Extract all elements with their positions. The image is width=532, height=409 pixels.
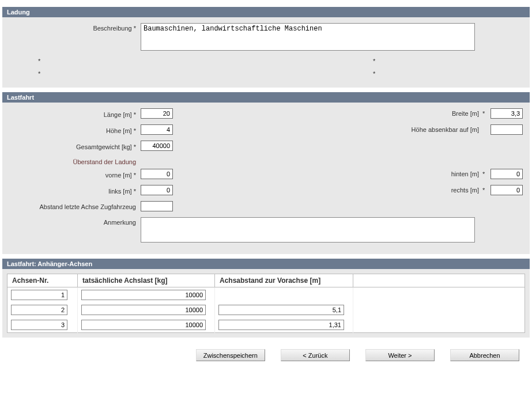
laenge-input[interactable] [141, 108, 173, 119]
hoehe-input[interactable] [141, 124, 173, 135]
links-input[interactable] [141, 185, 173, 195]
required-marker: * [373, 70, 523, 77]
col-achsen-nr: Achsen-Nr. [7, 274, 78, 287]
achslast-input[interactable] [81, 320, 206, 330]
required-marker: * [9, 70, 44, 77]
gesamtgewicht-input[interactable] [141, 141, 173, 151]
achsen-panel: Achsen-Nr. tatsächliche Achslast [kg] Ac… [2, 269, 530, 338]
achslast-input[interactable] [81, 290, 206, 300]
rechts-input[interactable] [491, 185, 523, 195]
laenge-label: Länge [m] [104, 111, 132, 118]
hinten-input[interactable] [491, 169, 523, 179]
abbrechen-button[interactable]: Abbrechen [450, 349, 519, 361]
table-row [7, 302, 525, 317]
anmerkung-label: Anmerkung [9, 217, 141, 226]
achsen-nr-input[interactable] [11, 290, 67, 300]
ladung-header: Ladung [2, 7, 530, 17]
hoehe-absenkbar-input[interactable] [491, 124, 523, 135]
hoehe-label: Höhe [m] [106, 127, 132, 134]
anmerkung-textarea[interactable] [141, 217, 475, 243]
table-row [7, 317, 525, 333]
achsabstand-input[interactable] [218, 305, 344, 315]
achslast-input[interactable] [81, 305, 206, 315]
rechts-label: rechts [m] [451, 187, 479, 194]
lastfahrt-panel: Länge [m] * Breite [m] * Höhe [m] * Höhe… [2, 103, 530, 254]
achsabstand-input[interactable] [218, 320, 344, 330]
achsen-nr-input[interactable] [11, 305, 67, 315]
breite-label: Breite [m] [452, 110, 479, 117]
achsen-table: Achsen-Nr. tatsächliche Achslast [kg] Ac… [7, 274, 525, 333]
ueberstand-heading: Überstand der Ladung [9, 157, 141, 165]
weiter-button[interactable]: Weiter > [365, 349, 435, 361]
zurueck-button[interactable]: < Zurück [281, 349, 350, 361]
links-label: links [m] [108, 188, 131, 195]
achsen-header: Lastfahrt: Anhänger-Achsen [2, 259, 530, 269]
abstand-input[interactable] [141, 201, 173, 211]
breite-input[interactable] [491, 108, 523, 119]
lastfahrt-header: Lastfahrt [2, 92, 530, 103]
abstand-label: Abstand letzte Achse Zugfahrzeug [9, 202, 141, 211]
gesamtgewicht-label: Gesamtgewicht [kg] [76, 143, 132, 150]
ladung-panel: Beschreibung * Baumaschinen, landwirtsch… [2, 17, 530, 88]
col-achsabstand: Achsabstand zur Vorachse [m] [215, 274, 353, 287]
beschreibung-textarea[interactable]: Baumaschinen, landwirtschaftliche Maschi… [141, 23, 475, 51]
required-marker: * [373, 58, 523, 65]
button-bar: Zwischenspeichern < Zurück Weiter > Abbr… [2, 338, 530, 366]
hoehe-absenkbar-label: Höhe absenkbar auf [m] [412, 126, 479, 133]
col-achslast: tatsächliche Achslast [kg] [78, 274, 215, 287]
hinten-label: hinten [m] [451, 171, 479, 177]
required-marker: * [9, 58, 44, 65]
table-row [7, 287, 525, 303]
zwischenspeichern-button[interactable]: Zwischenspeichern [196, 349, 265, 361]
col-blank [353, 274, 525, 287]
achsen-nr-input[interactable] [11, 320, 67, 330]
vorne-label: vorne [m] [105, 172, 132, 179]
beschreibung-label: Beschreibung * [9, 23, 141, 32]
vorne-input[interactable] [141, 169, 173, 179]
